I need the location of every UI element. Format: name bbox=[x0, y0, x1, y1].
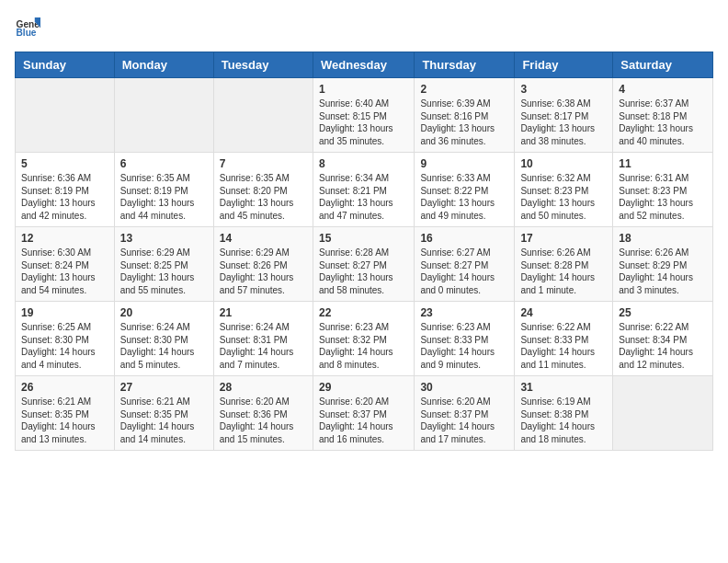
svg-text:Blue: Blue bbox=[17, 28, 37, 38]
calendar-week-2: 5Sunrise: 6:36 AM Sunset: 8:19 PM Daylig… bbox=[16, 153, 713, 227]
day-number: 20 bbox=[120, 306, 208, 319]
calendar-cell: 15Sunrise: 6:28 AM Sunset: 8:27 PM Dayli… bbox=[313, 227, 414, 302]
day-info: Sunrise: 6:22 AM Sunset: 8:34 PM Dayligh… bbox=[619, 321, 707, 371]
day-number: 30 bbox=[420, 381, 508, 394]
day-number: 1 bbox=[319, 83, 408, 96]
day-info: Sunrise: 6:24 AM Sunset: 8:31 PM Dayligh… bbox=[220, 321, 307, 371]
day-number: 15 bbox=[319, 232, 408, 245]
day-number: 25 bbox=[619, 306, 707, 319]
calendar-week-4: 19Sunrise: 6:25 AM Sunset: 8:30 PM Dayli… bbox=[16, 302, 713, 376]
calendar-cell: 27Sunrise: 6:21 AM Sunset: 8:35 PM Dayli… bbox=[114, 376, 213, 451]
day-info: Sunrise: 6:20 AM Sunset: 8:36 PM Dayligh… bbox=[220, 396, 307, 445]
day-number: 3 bbox=[520, 83, 607, 96]
day-number: 28 bbox=[220, 381, 307, 394]
day-info: Sunrise: 6:31 AM Sunset: 8:23 PM Dayligh… bbox=[619, 172, 707, 222]
day-info: Sunrise: 6:23 AM Sunset: 8:33 PM Dayligh… bbox=[420, 321, 508, 371]
day-number: 17 bbox=[520, 232, 607, 245]
day-number: 4 bbox=[619, 83, 707, 96]
calendar-cell: 26Sunrise: 6:21 AM Sunset: 8:35 PM Dayli… bbox=[16, 376, 115, 451]
day-number: 18 bbox=[619, 232, 707, 245]
calendar-week-1: 1Sunrise: 6:40 AM Sunset: 8:15 PM Daylig… bbox=[16, 78, 713, 153]
day-info: Sunrise: 6:26 AM Sunset: 8:29 PM Dayligh… bbox=[619, 247, 707, 296]
calendar-cell: 5Sunrise: 6:36 AM Sunset: 8:19 PM Daylig… bbox=[16, 153, 115, 227]
calendar-table: SundayMondayTuesdayWednesdayThursdayFrid… bbox=[15, 52, 713, 451]
day-info: Sunrise: 6:39 AM Sunset: 8:16 PM Dayligh… bbox=[420, 98, 508, 147]
day-number: 27 bbox=[120, 381, 208, 394]
day-number: 21 bbox=[220, 306, 307, 319]
day-number: 23 bbox=[420, 306, 508, 319]
calendar-cell: 18Sunrise: 6:26 AM Sunset: 8:29 PM Dayli… bbox=[613, 227, 713, 302]
day-info: Sunrise: 6:37 AM Sunset: 8:18 PM Dayligh… bbox=[619, 98, 707, 147]
calendar-cell: 3Sunrise: 6:38 AM Sunset: 8:17 PM Daylig… bbox=[515, 78, 613, 153]
day-number: 31 bbox=[520, 381, 607, 394]
day-info: Sunrise: 6:40 AM Sunset: 8:15 PM Dayligh… bbox=[319, 98, 408, 147]
calendar-cell: 6Sunrise: 6:35 AM Sunset: 8:19 PM Daylig… bbox=[114, 153, 213, 227]
calendar-cell: 23Sunrise: 6:23 AM Sunset: 8:33 PM Dayli… bbox=[415, 302, 515, 376]
day-info: Sunrise: 6:22 AM Sunset: 8:33 PM Dayligh… bbox=[520, 321, 607, 371]
day-number: 6 bbox=[120, 157, 208, 170]
weekday-header-tuesday: Tuesday bbox=[213, 52, 313, 78]
day-number: 14 bbox=[220, 232, 307, 245]
day-number: 16 bbox=[420, 232, 508, 245]
day-info: Sunrise: 6:21 AM Sunset: 8:35 PM Dayligh… bbox=[21, 396, 108, 445]
day-number: 10 bbox=[520, 157, 607, 170]
day-number: 9 bbox=[420, 157, 508, 170]
calendar-cell bbox=[16, 78, 115, 153]
day-info: Sunrise: 6:20 AM Sunset: 8:37 PM Dayligh… bbox=[319, 396, 408, 445]
calendar-cell: 19Sunrise: 6:25 AM Sunset: 8:30 PM Dayli… bbox=[16, 302, 115, 376]
day-info: Sunrise: 6:34 AM Sunset: 8:21 PM Dayligh… bbox=[319, 172, 408, 222]
day-info: Sunrise: 6:36 AM Sunset: 8:19 PM Dayligh… bbox=[21, 172, 108, 222]
day-number: 29 bbox=[319, 381, 408, 394]
calendar-cell: 25Sunrise: 6:22 AM Sunset: 8:34 PM Dayli… bbox=[613, 302, 713, 376]
day-info: Sunrise: 6:33 AM Sunset: 8:22 PM Dayligh… bbox=[420, 172, 508, 222]
logo-icon: General Blue bbox=[15, 15, 40, 40]
day-number: 19 bbox=[21, 306, 108, 319]
day-number: 8 bbox=[319, 157, 408, 170]
weekday-header-saturday: Saturday bbox=[613, 52, 713, 78]
weekday-header-sunday: Sunday bbox=[16, 52, 115, 78]
calendar-cell: 9Sunrise: 6:33 AM Sunset: 8:22 PM Daylig… bbox=[415, 153, 515, 227]
day-info: Sunrise: 6:24 AM Sunset: 8:30 PM Dayligh… bbox=[120, 321, 208, 371]
day-info: Sunrise: 6:35 AM Sunset: 8:20 PM Dayligh… bbox=[220, 172, 307, 222]
day-number: 2 bbox=[420, 83, 508, 96]
page-header: General Blue bbox=[15, 15, 713, 40]
calendar-cell bbox=[213, 78, 313, 153]
calendar-cell: 17Sunrise: 6:26 AM Sunset: 8:28 PM Dayli… bbox=[515, 227, 613, 302]
day-info: Sunrise: 6:32 AM Sunset: 8:23 PM Dayligh… bbox=[520, 172, 607, 222]
day-number: 26 bbox=[21, 381, 108, 394]
day-info: Sunrise: 6:23 AM Sunset: 8:32 PM Dayligh… bbox=[319, 321, 408, 371]
day-number: 12 bbox=[21, 232, 108, 245]
weekday-header-wednesday: Wednesday bbox=[313, 52, 414, 78]
day-info: Sunrise: 6:25 AM Sunset: 8:30 PM Dayligh… bbox=[21, 321, 108, 371]
logo: General Blue bbox=[15, 15, 44, 40]
day-info: Sunrise: 6:29 AM Sunset: 8:26 PM Dayligh… bbox=[220, 247, 307, 296]
weekday-header-thursday: Thursday bbox=[415, 52, 515, 78]
day-info: Sunrise: 6:19 AM Sunset: 8:38 PM Dayligh… bbox=[520, 396, 607, 445]
day-info: Sunrise: 6:27 AM Sunset: 8:27 PM Dayligh… bbox=[420, 247, 508, 296]
calendar-cell: 12Sunrise: 6:30 AM Sunset: 8:24 PM Dayli… bbox=[16, 227, 115, 302]
day-number: 11 bbox=[619, 157, 707, 170]
calendar-cell: 16Sunrise: 6:27 AM Sunset: 8:27 PM Dayli… bbox=[415, 227, 515, 302]
calendar-cell: 24Sunrise: 6:22 AM Sunset: 8:33 PM Dayli… bbox=[515, 302, 613, 376]
calendar-cell bbox=[114, 78, 213, 153]
calendar-cell: 10Sunrise: 6:32 AM Sunset: 8:23 PM Dayli… bbox=[515, 153, 613, 227]
day-number: 22 bbox=[319, 306, 408, 319]
calendar-cell: 7Sunrise: 6:35 AM Sunset: 8:20 PM Daylig… bbox=[213, 153, 313, 227]
day-info: Sunrise: 6:28 AM Sunset: 8:27 PM Dayligh… bbox=[319, 247, 408, 296]
calendar-cell: 30Sunrise: 6:20 AM Sunset: 8:37 PM Dayli… bbox=[415, 376, 515, 451]
day-number: 13 bbox=[120, 232, 208, 245]
calendar-cell: 29Sunrise: 6:20 AM Sunset: 8:37 PM Dayli… bbox=[313, 376, 414, 451]
calendar-cell: 31Sunrise: 6:19 AM Sunset: 8:38 PM Dayli… bbox=[515, 376, 613, 451]
calendar-cell: 22Sunrise: 6:23 AM Sunset: 8:32 PM Dayli… bbox=[313, 302, 414, 376]
day-info: Sunrise: 6:38 AM Sunset: 8:17 PM Dayligh… bbox=[520, 98, 607, 147]
calendar-cell: 20Sunrise: 6:24 AM Sunset: 8:30 PM Dayli… bbox=[114, 302, 213, 376]
calendar-cell: 28Sunrise: 6:20 AM Sunset: 8:36 PM Dayli… bbox=[213, 376, 313, 451]
calendar-cell bbox=[613, 376, 713, 451]
day-number: 7 bbox=[220, 157, 307, 170]
calendar-cell: 21Sunrise: 6:24 AM Sunset: 8:31 PM Dayli… bbox=[213, 302, 313, 376]
calendar-cell: 2Sunrise: 6:39 AM Sunset: 8:16 PM Daylig… bbox=[415, 78, 515, 153]
calendar-cell: 11Sunrise: 6:31 AM Sunset: 8:23 PM Dayli… bbox=[613, 153, 713, 227]
weekday-header-monday: Monday bbox=[114, 52, 213, 78]
day-info: Sunrise: 6:21 AM Sunset: 8:35 PM Dayligh… bbox=[120, 396, 208, 445]
calendar-week-5: 26Sunrise: 6:21 AM Sunset: 8:35 PM Dayli… bbox=[16, 376, 713, 451]
